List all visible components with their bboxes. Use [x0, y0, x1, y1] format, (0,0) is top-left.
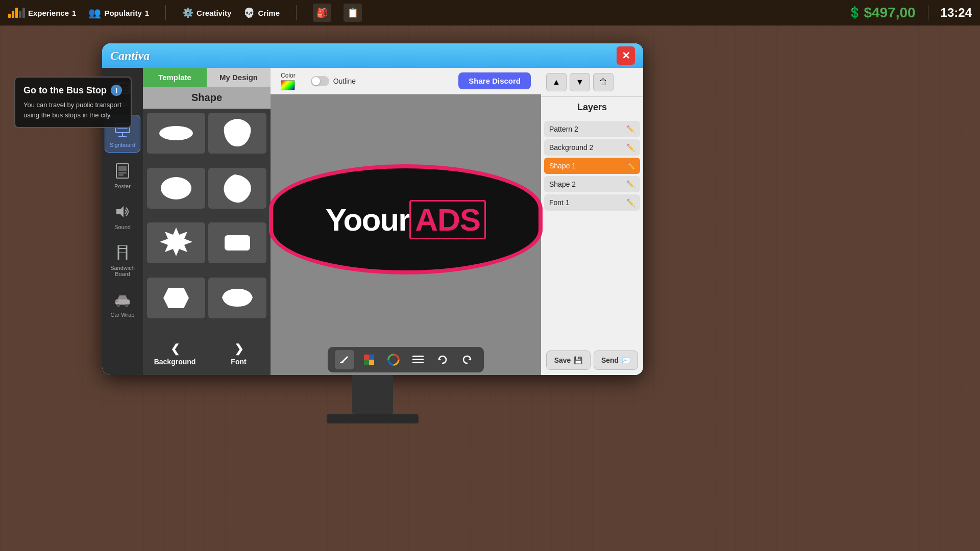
font-nav-label: Font: [231, 358, 246, 366]
layer-up-button[interactable]: ▲: [546, 73, 567, 91]
back-arrow-icon: ❮: [170, 342, 180, 356]
shape-cell-8[interactable]: [208, 278, 266, 318]
color-swatch: [281, 80, 295, 90]
layer-item-shape1[interactable]: Shape 1 ✏️: [544, 158, 640, 174]
outline-toggle[interactable]: [311, 76, 329, 86]
logo-text-container: Yoour ADS: [326, 200, 486, 239]
layer-item-pattern2[interactable]: Pattern 2 ✏️: [544, 121, 640, 137]
quest-tooltip: Go to the Bus Stop i You can travel by p…: [14, 77, 132, 128]
color-picker-button[interactable]: Color: [281, 72, 296, 90]
shape-cell-6[interactable]: [208, 222, 266, 263]
layer-item-shape2[interactable]: Shape 2 ✏️: [544, 176, 640, 192]
layer-edit-icon-shape2[interactable]: ✏️: [626, 180, 635, 188]
menu-button[interactable]: 📋: [344, 4, 362, 22]
layer-edit-icon-font1[interactable]: ✏️: [626, 198, 635, 207]
shape-cell-1[interactable]: [147, 113, 205, 154]
layer-edit-icon-shape1[interactable]: ✏️: [626, 162, 635, 170]
canvas-bottom-toolbar: [271, 344, 541, 375]
share-discord-button[interactable]: Share Discord: [458, 72, 531, 89]
font-nav-button[interactable]: ❯ Font: [207, 333, 271, 375]
svg-point-23: [161, 177, 191, 199]
title-bar: Cantiva ✕: [102, 43, 643, 68]
inventory-button[interactable]: 🎒: [313, 4, 331, 22]
background-nav-button[interactable]: ❮ Background: [143, 333, 207, 375]
redo-tool-button[interactable]: [457, 350, 477, 369]
svg-rect-32: [412, 362, 424, 363]
layer-item-background2[interactable]: Background 2 ✏️: [544, 139, 640, 156]
send-button[interactable]: Send ✉️: [594, 350, 638, 370]
svg-rect-28: [369, 360, 374, 365]
outline-label: Outline: [333, 77, 356, 85]
money-display: 💲 $497,00: [848, 5, 915, 21]
layers-title: Layers: [541, 97, 643, 118]
sidebar-item-car-wrap[interactable]: Car Wrap: [105, 285, 140, 322]
svg-point-19: [117, 304, 120, 307]
send-icon: ✉️: [622, 356, 630, 364]
hud-bar: Experience 1 👥 Popularity 1 ⚙️ Creativit…: [0, 0, 980, 26]
shape-cell-2[interactable]: [208, 113, 266, 154]
layer-edit-icon-pattern2[interactable]: ✏️: [626, 125, 635, 133]
logo-preview: Yoour ADS: [273, 168, 538, 270]
creativity-label: Creativity: [197, 9, 231, 17]
right-panel: ▲ ▼ 🗑 Layers Pattern 2 ✏️ Background 2: [541, 68, 643, 375]
quest-title: Go to the Bus Stop i: [23, 85, 122, 96]
sidebar-item-sound[interactable]: Sound: [105, 197, 140, 234]
shape-cell-5[interactable]: [147, 222, 205, 263]
shape-panel-nav: ❮ Background ❯ Font: [143, 333, 271, 375]
left-panel: Template My Design Shape: [143, 68, 271, 375]
monitor-base: [327, 414, 419, 423]
tab-template[interactable]: Template: [143, 68, 207, 87]
svg-rect-31: [412, 359, 424, 360]
svg-point-20: [125, 304, 128, 307]
canvas-area: Color Outline Share Discord: [271, 68, 541, 375]
layer-down-button[interactable]: ▼: [570, 73, 590, 91]
hud-right: 💲 $497,00 13:24: [848, 5, 972, 21]
svg-rect-27: [364, 360, 369, 365]
creativity-stat: ⚙️ Creativity: [182, 7, 231, 18]
layer-edit-icon-background2[interactable]: ✏️: [626, 143, 635, 152]
canvas-display[interactable]: Yoour ADS: [271, 94, 541, 344]
bottom-tool-bar: [328, 347, 484, 372]
sidebar-label-car-wrap: Car Wrap: [111, 312, 135, 318]
color-wheel-tool-button[interactable]: [384, 350, 403, 369]
main-content: LOGO Logo: [102, 68, 643, 375]
shape-cell-3[interactable]: [147, 168, 205, 209]
crime-stat: 💀 Crime: [243, 7, 280, 18]
popularity-stat: 👥 Popularity 1: [88, 7, 149, 19]
tab-my-design[interactable]: My Design: [207, 68, 271, 87]
svg-rect-11: [118, 174, 124, 176]
undo-tool-button[interactable]: [433, 350, 452, 369]
panel-tabs: Template My Design: [143, 68, 271, 87]
forward-arrow-icon: ❯: [234, 342, 243, 356]
close-button[interactable]: ✕: [617, 46, 635, 65]
layer-bottom-actions: Save 💾 Send ✉️: [541, 345, 643, 375]
quest-info-icon[interactable]: i: [111, 85, 122, 96]
layer-item-font1[interactable]: Font 1 ✏️: [544, 194, 640, 211]
monitor-stand: [352, 375, 393, 416]
sound-icon: [112, 202, 133, 222]
layer-name-shape1: Shape 1: [549, 162, 576, 170]
shape-panel-header: Shape: [143, 87, 271, 109]
shape-cell-4[interactable]: [208, 168, 266, 209]
layer-delete-button[interactable]: 🗑: [593, 73, 614, 91]
shape-cell-7[interactable]: [147, 278, 205, 318]
save-button[interactable]: Save 💾: [546, 350, 591, 370]
quest-title-text: Go to the Bus Stop: [23, 85, 107, 96]
lines-tool-button[interactable]: [408, 350, 428, 369]
color-fill-tool-button[interactable]: [359, 350, 379, 369]
eraser-tool-button[interactable]: [335, 350, 354, 369]
layers-list: Pattern 2 ✏️ Background 2 ✏️ Shape 1 ✏️: [541, 118, 643, 345]
svg-point-22: [159, 126, 193, 140]
layer-name-background2: Background 2: [549, 143, 593, 152]
experience-label: Experience: [28, 9, 69, 17]
svg-rect-7: [117, 128, 128, 129]
layer-controls: ▲ ▼ 🗑: [541, 68, 643, 97]
time-display: 13:24: [941, 6, 972, 20]
sidebar-label-sandwich-board: Sandwich Board: [107, 265, 138, 277]
sidebar-item-sandwich-board[interactable]: Sandwich Board: [105, 238, 140, 281]
poster-icon: [112, 161, 133, 181]
sidebar-item-poster[interactable]: Poster: [105, 157, 140, 193]
crime-label: Crime: [258, 9, 280, 17]
layer-name-shape2: Shape 2: [549, 180, 576, 188]
svg-rect-25: [364, 355, 369, 360]
